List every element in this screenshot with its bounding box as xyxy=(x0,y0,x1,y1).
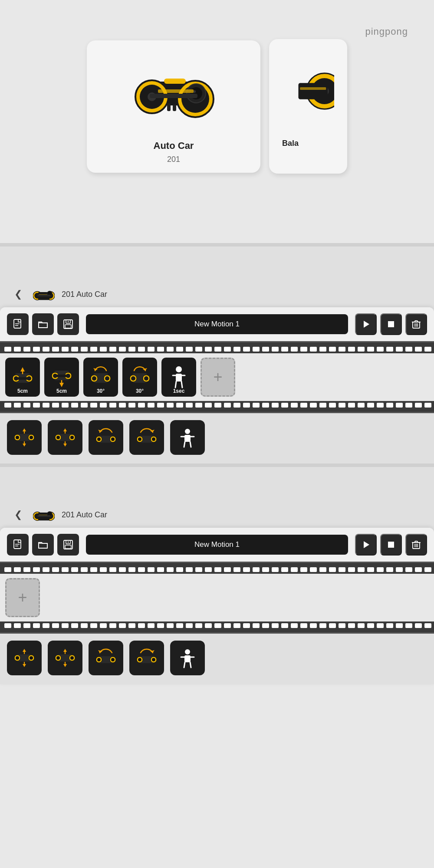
hole xyxy=(319,347,326,352)
action-btn-rotate-left-2[interactable] xyxy=(89,420,123,455)
play-icon-2 xyxy=(361,319,371,329)
svg-point-64 xyxy=(92,376,96,381)
hole xyxy=(319,623,326,628)
motion-frame-3[interactable]: 30° xyxy=(83,358,118,397)
plus-icon-2: + xyxy=(213,369,222,385)
hole xyxy=(119,403,126,408)
add-frame-button-3[interactable]: + xyxy=(5,578,40,617)
hole xyxy=(300,403,307,408)
svg-rect-7 xyxy=(164,79,186,84)
hole xyxy=(109,403,116,408)
hole xyxy=(167,347,174,352)
motion-frame-1[interactable]: 5cm xyxy=(5,358,40,397)
delete-button-2[interactable] xyxy=(405,313,427,335)
robot-header-name-2: 201 Auto Car xyxy=(62,290,107,299)
autocar-svg xyxy=(126,58,221,127)
hole xyxy=(348,347,355,352)
hole xyxy=(415,623,422,628)
new-button-3[interactable] xyxy=(7,534,29,556)
hole xyxy=(14,403,21,408)
filmstrip-3: + xyxy=(0,562,434,634)
hole xyxy=(100,567,107,572)
svg-point-103 xyxy=(97,437,101,441)
filmstrip-content-3: + xyxy=(0,574,434,621)
action-move-downup-icon-2 xyxy=(53,425,77,450)
hole xyxy=(281,623,288,628)
hole xyxy=(262,347,269,352)
motion-name-field-2[interactable]: New Motion 1 xyxy=(86,314,348,334)
hole xyxy=(205,567,212,572)
hole xyxy=(157,567,164,572)
hole xyxy=(300,567,307,572)
hole xyxy=(339,567,345,572)
hole xyxy=(176,567,183,572)
action-btn-move-updown-2[interactable] xyxy=(7,420,42,455)
play-button-3[interactable] xyxy=(355,534,377,556)
stop-button-3[interactable] xyxy=(380,534,402,556)
hole xyxy=(14,623,21,628)
action-btn-move-updown-3[interactable] xyxy=(7,641,42,675)
motion-frame-5[interactable]: 1sec xyxy=(161,358,196,397)
hole xyxy=(128,623,135,628)
save-icon-3 xyxy=(62,539,74,550)
back-button-2[interactable]: ❮ xyxy=(10,286,26,302)
robot-card-bala-partial[interactable]: Bala xyxy=(269,39,347,174)
save-button-2[interactable] xyxy=(57,313,79,335)
action-btn-move-downup-2[interactable] xyxy=(48,420,82,455)
motion-toolbar-3: New Motion 1 xyxy=(0,528,434,562)
hole xyxy=(377,623,384,628)
svg-rect-19 xyxy=(300,87,326,90)
hole xyxy=(348,623,355,628)
hole xyxy=(109,623,116,628)
hole xyxy=(81,403,88,408)
open-button-2[interactable] xyxy=(32,313,54,335)
new-button-2[interactable] xyxy=(7,313,29,335)
svg-point-95 xyxy=(70,436,74,439)
hole xyxy=(71,623,78,628)
hole xyxy=(424,567,431,572)
hole xyxy=(186,403,193,408)
open-button-3[interactable] xyxy=(32,534,54,556)
svg-rect-11 xyxy=(150,94,197,98)
svg-rect-31 xyxy=(39,323,47,328)
action-btn-person-3[interactable] xyxy=(170,641,205,675)
hole xyxy=(52,567,59,572)
svg-line-119 xyxy=(184,442,185,447)
action-btn-rotate-right-2[interactable] xyxy=(129,420,164,455)
delete-button-3[interactable] xyxy=(405,534,427,556)
action-move-downup-icon-3 xyxy=(53,646,77,670)
hole xyxy=(396,403,403,408)
svg-point-93 xyxy=(56,436,60,439)
motion-frame-2[interactable]: 5cm xyxy=(44,358,79,397)
hole xyxy=(405,567,412,572)
robot-card-autocar[interactable]: Auto Car 201 xyxy=(87,40,260,173)
motion-name-field-3[interactable]: New Motion 1 xyxy=(86,535,348,555)
back-button-3[interactable]: ❮ xyxy=(10,507,26,523)
hole xyxy=(4,347,11,352)
section-divider-1 xyxy=(0,243,434,247)
hole xyxy=(272,347,279,352)
hole xyxy=(71,567,78,572)
action-btn-person-2[interactable] xyxy=(170,420,205,455)
action-btn-move-downup-3[interactable] xyxy=(48,641,82,675)
action-btn-rotate-left-3[interactable] xyxy=(89,641,123,675)
play-button-2[interactable] xyxy=(355,313,377,335)
action-btn-rotate-right-3[interactable] xyxy=(129,641,164,675)
add-frame-button-2[interactable]: + xyxy=(201,358,235,397)
motion-frame-4[interactable]: 30° xyxy=(122,358,157,397)
hole xyxy=(4,403,11,408)
hole xyxy=(377,403,384,408)
hole xyxy=(157,347,164,352)
hole xyxy=(195,347,202,352)
hole xyxy=(148,567,155,572)
hole xyxy=(243,567,250,572)
action-buttons-row-2 xyxy=(0,413,434,464)
hole xyxy=(128,347,135,352)
hole xyxy=(367,347,374,352)
save-button-3[interactable] xyxy=(57,534,79,556)
frame-3-label: 30° xyxy=(97,388,105,394)
frame-1-icon xyxy=(12,365,33,389)
svg-rect-18 xyxy=(299,83,328,99)
hole xyxy=(43,623,49,628)
stop-button-2[interactable] xyxy=(380,313,402,335)
